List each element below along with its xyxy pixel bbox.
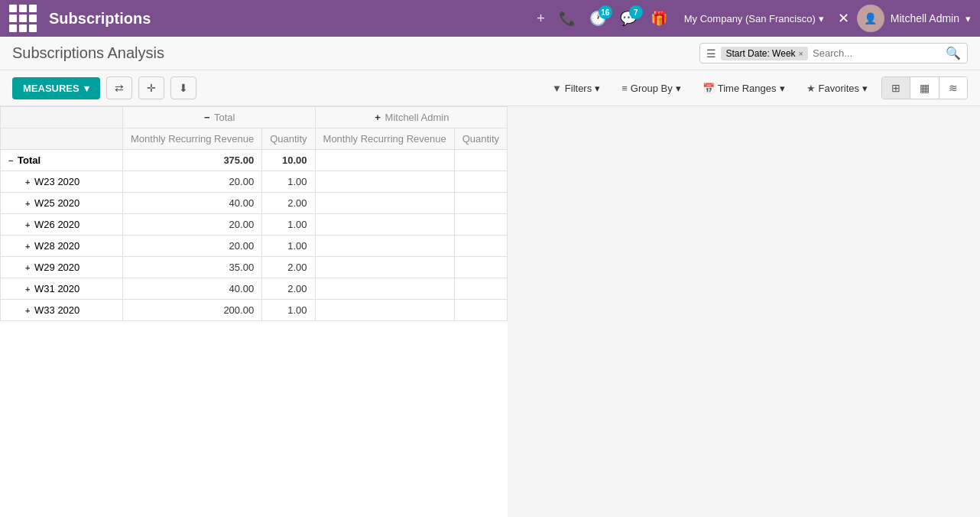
page-title: Subscriptions Analysis [12,44,164,62]
group-by-dropdown-icon: ▾ [676,83,681,94]
row-label-text: W33 2020 [31,304,80,316]
row-label-text: W25 2020 [31,197,80,209]
mrr-group-label: Monthly Recurring Revenue [323,133,446,145]
subheader: Subscriptions Analysis ☰ Start Date: Wee… [0,37,980,70]
company-name: My Company (San Francisco) [684,13,816,24]
pivot-subheader-qty-total: Quantity [262,128,315,150]
pivot-row-label: + W33 2020 [1,300,123,321]
favorites-label: Favorites [819,83,859,94]
pivot-total-row: − Total375.0010.00 [1,150,508,171]
pivot-cell: 40.00 [123,193,262,214]
pivot-cell [454,193,507,214]
chat-icon[interactable]: 💬 7 [617,7,640,30]
company-dropdown-icon: ▾ [819,13,824,24]
group-by-icon: ≡ [621,83,628,94]
pivot-subheader-mrr-group: Monthly Recurring Revenue [315,128,454,150]
pivot-cell: 2.00 [262,278,315,300]
add-icon[interactable]: + [534,8,548,30]
time-ranges-label: Time Ranges [718,83,777,94]
pivot-subheader-mrr-total: Monthly Recurring Revenue [123,128,262,150]
expand-row-button[interactable]: + [24,177,31,187]
pivot-cell [315,257,454,278]
expand-group-col-button[interactable]: + [373,112,382,123]
pivot-table: − Total + Mitchell Admin Monthly Recurri… [0,106,508,321]
row-label-text: W28 2020 [31,240,80,252]
measures-dropdown-icon: ▾ [84,83,89,94]
pivot-cell: 40.00 [123,278,262,300]
row-label-text: W26 2020 [31,219,80,230]
username: Mitchell Admin [891,12,959,24]
user-dropdown-icon: ▾ [965,13,971,24]
pivot-cell: 1.00 [262,214,315,236]
search-submit-button[interactable]: 🔍 [946,46,961,60]
expand-row-button[interactable]: + [24,220,31,229]
pivot-row-label-header [1,128,123,150]
toolbar: MEASURES ▾ ⇄ ✛ ⬇ ▼ Filters ▾ ≡ Group By … [0,70,980,106]
search-bar: ☰ Start Date: Week × 🔍 [699,43,968,63]
close-icon[interactable]: ✕ [838,10,849,27]
row-label-text: W29 2020 [31,262,80,273]
collapse-row-button[interactable]: − [7,156,15,165]
pivot-data-row: + W28 202020.001.00 [1,236,508,257]
clock-badge: 16 [599,5,612,19]
expand-row-button[interactable]: + [24,306,31,315]
time-ranges-button[interactable]: 📅 Time Ranges ▾ [698,80,790,97]
expand-row-button[interactable]: + [24,199,31,208]
pivot-view-button[interactable]: ⊞ [882,77,910,99]
measures-button[interactable]: MEASURES ▾ [12,77,100,99]
pivot-cell [454,257,507,278]
pivot-cell: 20.00 [123,214,262,236]
bar-chart-view-button[interactable]: ▦ [910,77,939,99]
pivot-cell [454,278,507,300]
pivot-cell [315,150,454,171]
pivot-cell: 200.00 [123,300,262,321]
star-icon: ★ [806,83,816,94]
filter-menu-icon[interactable]: ☰ [706,47,716,60]
row-label-text: W23 2020 [31,176,80,187]
pivot-cell: 1.00 [262,236,315,257]
pivot-cell: 1.00 [262,171,315,193]
expand-row-button[interactable]: + [24,242,31,251]
company-selector[interactable]: My Company (San Francisco) ▾ [678,10,830,28]
pivot-col-total-header: − Total [123,107,316,128]
pivot-cell [454,171,507,193]
group-by-button[interactable]: ≡ Group By ▾ [617,80,686,97]
app-grid-icon[interactable] [9,5,37,32]
expand-button[interactable]: ✛ [138,76,164,99]
search-input[interactable] [813,47,941,59]
gift-icon[interactable]: 🎁 [647,7,670,30]
main-content: − Total + Mitchell Admin Monthly Recurri… [0,106,980,517]
chat-badge: 7 [629,5,643,19]
pivot-data-row: + W31 202040.002.00 [1,278,508,300]
pivot-cell [315,193,454,214]
line-chart-view-button[interactable]: ≋ [939,77,967,99]
pivot-data-row: + W26 202020.001.00 [1,214,508,236]
favorites-button[interactable]: ★ Favorites ▾ [802,80,872,97]
app-title: Subscriptions [49,10,151,28]
pivot-cell [454,236,507,257]
qty-total-label: Quantity [270,133,307,145]
download-button[interactable]: ⬇ [170,76,196,99]
pivot-cell: 1.00 [262,300,315,321]
pivot-cell [315,214,454,236]
pivot-cell [454,214,507,236]
pivot-row-label: + W26 2020 [1,214,123,236]
swap-button[interactable]: ⇄ [106,76,132,99]
row-label-text: Total [15,154,41,166]
clock-icon[interactable]: 🕐 16 [586,7,609,30]
filters-button[interactable]: ▼ Filters ▾ [547,80,605,97]
mrr-total-label: Monthly Recurring Revenue [131,133,254,145]
filters-dropdown-icon: ▾ [595,83,600,94]
expand-row-button[interactable]: + [24,263,31,272]
avatar: 👤 [857,5,884,32]
pivot-cell: 10.00 [262,150,315,171]
user-menu[interactable]: 👤 Mitchell Admin ▾ [857,5,971,32]
search-tag-close-icon[interactable]: × [799,49,803,58]
pivot-cell [315,300,454,321]
pivot-cell [315,236,454,257]
expand-row-button[interactable]: + [24,285,31,294]
pivot-col-group-header: + Mitchell Admin [315,107,508,128]
phone-icon[interactable]: 📞 [556,7,579,30]
collapse-total-col-button[interactable]: − [203,112,212,123]
group-by-label: Group By [631,83,673,94]
